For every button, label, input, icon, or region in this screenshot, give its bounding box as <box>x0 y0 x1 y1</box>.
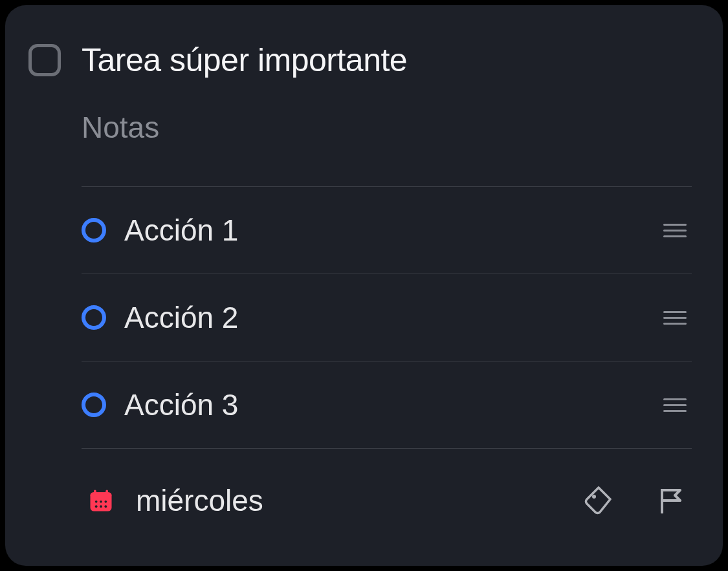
subtask-checkbox[interactable] <box>82 218 106 242</box>
footer-actions <box>578 480 692 521</box>
svg-point-8 <box>100 505 102 508</box>
svg-point-10 <box>592 495 596 499</box>
task-footer: miércoles <box>82 449 692 521</box>
subtask-row[interactable]: Acción 2 <box>82 274 692 361</box>
calendar-icon[interactable] <box>82 481 120 520</box>
svg-point-4 <box>95 501 98 503</box>
subtask-label[interactable]: Acción 3 <box>124 387 640 422</box>
task-detail-card: Tarea súper importante Notas Acción 1 Ac… <box>5 5 723 566</box>
task-title[interactable]: Tarea súper importante <box>82 41 407 79</box>
svg-rect-2 <box>94 490 96 495</box>
svg-point-9 <box>105 505 107 508</box>
flag-icon[interactable] <box>650 480 692 521</box>
subtask-label[interactable]: Acción 2 <box>124 300 640 335</box>
drag-handle-icon[interactable] <box>658 219 692 242</box>
subtask-checkbox[interactable] <box>82 305 106 330</box>
notes-field[interactable]: Notas <box>82 110 692 145</box>
subtask-row[interactable]: Acción 1 <box>82 187 692 274</box>
drag-handle-icon[interactable] <box>658 306 692 330</box>
subtask-label[interactable]: Acción 1 <box>124 213 640 248</box>
tag-icon[interactable] <box>578 480 619 521</box>
svg-point-7 <box>95 505 98 508</box>
svg-rect-3 <box>105 490 108 495</box>
due-date-label[interactable]: miércoles <box>136 483 562 518</box>
svg-rect-1 <box>91 492 112 498</box>
subtask-row[interactable]: Acción 3 <box>82 361 692 448</box>
svg-point-5 <box>100 501 102 503</box>
task-complete-checkbox[interactable] <box>28 44 61 76</box>
task-content: Notas Acción 1 Acción 2 Acción 3 <box>82 110 692 521</box>
svg-point-6 <box>105 501 107 503</box>
subtask-checkbox[interactable] <box>82 393 106 417</box>
drag-handle-icon[interactable] <box>658 393 692 417</box>
task-header: Tarea súper importante <box>28 41 692 79</box>
